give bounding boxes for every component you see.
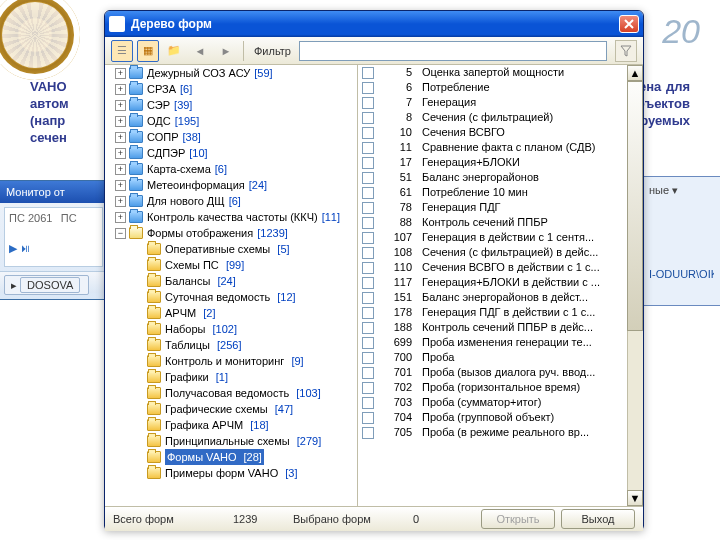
checkbox[interactable] — [362, 67, 374, 79]
list-item[interactable]: 705Проба (в режиме реального вр... — [358, 425, 643, 440]
tree-node[interactable]: +Карта-схема[6] — [115, 161, 227, 177]
list-item[interactable]: 17Генерация+БЛОКИ — [358, 155, 643, 170]
tree-node[interactable]: Контроль и мониторинг [9] — [133, 353, 304, 369]
list-item[interactable]: 110Сечения ВСВГО в действии с 1 с... — [358, 260, 643, 275]
checkbox[interactable] — [362, 337, 374, 349]
tree-node[interactable]: АРЧМ [2] — [133, 305, 215, 321]
tree-node[interactable]: Таблицы [256] — [133, 337, 241, 353]
list-item[interactable]: 5Оценка запертой мощности — [358, 65, 643, 80]
tree-node[interactable]: +СРЗА[6] — [115, 81, 192, 97]
tree-node[interactable]: +Для нового ДЩ[6] — [115, 193, 241, 209]
exit-button[interactable]: Выход — [561, 509, 635, 529]
list-item[interactable]: 703Проба (сумматор+итог) — [358, 395, 643, 410]
toolbar-folder-icon[interactable]: 📁 — [163, 40, 185, 62]
scroll-up-button[interactable]: ▲ — [627, 65, 643, 81]
checkbox[interactable] — [362, 352, 374, 364]
list-item[interactable]: 88Контроль сечений ППБР — [358, 215, 643, 230]
tree-node[interactable]: Получасовая ведомость [103] — [133, 385, 321, 401]
tree-node[interactable]: +ОДС[195] — [115, 113, 199, 129]
list-item[interactable]: 61Потребление 10 мин — [358, 185, 643, 200]
checkbox[interactable] — [362, 172, 374, 184]
scroll-down-button[interactable]: ▼ — [627, 490, 643, 506]
expand-icon[interactable]: + — [115, 148, 126, 159]
list-item[interactable]: 10Сечения ВСВГО — [358, 125, 643, 140]
checkbox[interactable] — [362, 112, 374, 124]
checkbox[interactable] — [362, 397, 374, 409]
tree-node[interactable]: − Формы отображения [1239] — [115, 225, 288, 241]
list-item[interactable]: 117Генерация+БЛОКИ в действии с ... — [358, 275, 643, 290]
tree-node[interactable]: Графика АРЧМ [18] — [133, 417, 269, 433]
monitor-tab[interactable]: ▸ DOSOVA — [4, 275, 89, 295]
tree-node[interactable]: +Метеоинформация[24] — [115, 177, 267, 193]
checkbox[interactable] — [362, 382, 374, 394]
tree-node[interactable]: Суточная ведомость [12] — [133, 289, 296, 305]
close-button[interactable] — [619, 15, 639, 33]
tree-node[interactable]: +Контроль качества частоты (ККЧ)[11] — [115, 209, 340, 225]
expand-icon[interactable]: + — [115, 100, 126, 111]
list-item[interactable]: 51Баланс энергорайонов — [358, 170, 643, 185]
checkbox[interactable] — [362, 262, 374, 274]
tree-node[interactable]: Графики [1] — [133, 369, 228, 385]
list-item[interactable]: 6Потребление — [358, 80, 643, 95]
scroll-thumb[interactable] — [627, 81, 643, 331]
list-item[interactable]: 11Сравнение факта с планом (СДВ) — [358, 140, 643, 155]
list-panel[interactable]: 5Оценка запертой мощности6Потребление7Ге… — [358, 65, 643, 506]
expand-icon[interactable]: + — [115, 196, 126, 207]
tree-node[interactable]: Принципиальные схемы [279] — [133, 433, 321, 449]
toolbar-prev-icon[interactable]: ◄ — [189, 40, 211, 62]
checkbox[interactable] — [362, 232, 374, 244]
toolbar-mode-list[interactable]: ☰ — [111, 40, 133, 62]
checkbox[interactable] — [362, 157, 374, 169]
expand-icon[interactable]: + — [115, 212, 126, 223]
checkbox[interactable] — [362, 247, 374, 259]
open-button[interactable]: Открыть — [481, 509, 555, 529]
checkbox[interactable] — [362, 427, 374, 439]
checkbox[interactable] — [362, 202, 374, 214]
checkbox[interactable] — [362, 367, 374, 379]
checkbox[interactable] — [362, 217, 374, 229]
list-item[interactable]: 8Сечения (с фильтрацией) — [358, 110, 643, 125]
list-item[interactable]: 7Генерация — [358, 95, 643, 110]
checkbox[interactable] — [362, 277, 374, 289]
titlebar[interactable]: Дерево форм — [105, 11, 643, 37]
checkbox[interactable] — [362, 187, 374, 199]
tree-node[interactable]: Наборы [102] — [133, 321, 237, 337]
filter-input[interactable] — [299, 41, 607, 61]
expand-icon[interactable]: + — [115, 84, 126, 95]
checkbox[interactable] — [362, 412, 374, 424]
expand-icon[interactable]: + — [115, 68, 126, 79]
right-row-1[interactable]: ные ▾ — [649, 183, 714, 197]
tree-node[interactable]: +СДПЭР[10] — [115, 145, 208, 161]
list-item[interactable]: 700Проба — [358, 350, 643, 365]
expand-icon[interactable]: + — [115, 180, 126, 191]
tree-node[interactable]: +СЭР[39] — [115, 97, 192, 113]
expand-icon[interactable]: + — [115, 116, 126, 127]
list-item[interactable]: 78Генерация ПДГ — [358, 200, 643, 215]
list-item[interactable]: 701Проба (вызов диалога руч. ввод... — [358, 365, 643, 380]
tree-panel[interactable]: +Дежурный СОЗ АСУ[59]+СРЗА[6]+СЭР[39]+ОД… — [105, 65, 358, 506]
expand-icon[interactable]: + — [115, 164, 126, 175]
checkbox[interactable] — [362, 82, 374, 94]
tree-node[interactable]: Схемы ПС [99] — [133, 257, 244, 273]
toolbar-next-icon[interactable]: ► — [215, 40, 237, 62]
monitor-tabs[interactable]: ▸ DOSOVA — [0, 271, 107, 293]
tree-node[interactable]: Формы VAHO [28] — [133, 449, 264, 465]
tree-node[interactable]: Балансы [24] — [133, 273, 236, 289]
tree-node[interactable]: Примеры форм VAHO [3] — [133, 465, 297, 481]
list-item[interactable]: 188Контроль сечений ППБР в дейс... — [358, 320, 643, 335]
filter-apply-button[interactable] — [615, 40, 637, 62]
tree-node[interactable]: Графические схемы [47] — [133, 401, 293, 417]
scrollbar[interactable]: ▲ ▼ — [627, 65, 643, 506]
list-item[interactable]: 702Проба (горизонтальное время) — [358, 380, 643, 395]
toolbar-mode-grid[interactable]: ▦ — [137, 40, 159, 62]
checkbox[interactable] — [362, 322, 374, 334]
checkbox[interactable] — [362, 307, 374, 319]
tree-node[interactable]: +Дежурный СОЗ АСУ[59] — [115, 65, 273, 81]
list-item[interactable]: 699Проба изменения генерации те... — [358, 335, 643, 350]
collapse-icon[interactable]: − — [115, 228, 126, 239]
tree-node[interactable]: Оперативные схемы [5] — [133, 241, 290, 257]
tree-node[interactable]: +СОПР[38] — [115, 129, 201, 145]
list-item[interactable]: 178Генерация ПДГ в действии с 1 с... — [358, 305, 643, 320]
list-item[interactable]: 107Генерация в действии с 1 сентя... — [358, 230, 643, 245]
list-item[interactable]: 151Баланс энергорайонов в дейст... — [358, 290, 643, 305]
